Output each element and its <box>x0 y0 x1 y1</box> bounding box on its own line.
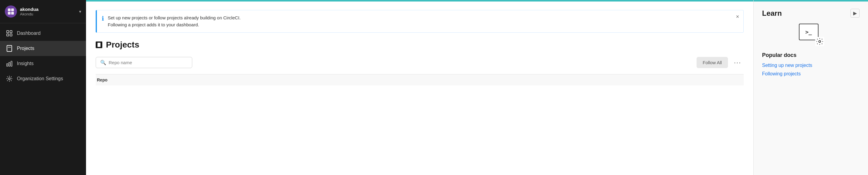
page-title-icon <box>96 42 102 48</box>
gear-icon <box>815 37 824 46</box>
svg-rect-11 <box>9 62 10 66</box>
dashboard-icon <box>6 30 13 36</box>
chevron-right-icon: ▶ <box>853 10 857 16</box>
col-repo: Repo <box>96 77 107 82</box>
sidebar: akondua Akondu ▾ Dashboard <box>0 0 86 175</box>
right-panel: Learn ▶ >_ Popular docs Setting up new <box>753 0 868 175</box>
learn-icon-container: >_ <box>762 24 860 45</box>
banner-line2: Following a project adds it to your dash… <box>108 22 199 27</box>
user-menu[interactable]: akondua Akondu ▾ <box>0 0 86 23</box>
sidebar-item-label: Projects <box>17 46 34 51</box>
main-content: ℹ Set up new projects or follow projects… <box>86 0 753 175</box>
sidebar-item-label: Dashboard <box>17 31 40 36</box>
learn-title: Learn <box>762 9 782 18</box>
banner-text: Set up new projects or follow projects a… <box>108 15 739 28</box>
svg-rect-2 <box>8 12 10 15</box>
org-settings-icon <box>6 75 13 82</box>
page-title: Projects <box>106 40 140 50</box>
info-banner: ℹ Set up new projects or follow projects… <box>96 10 744 33</box>
search-icon: 🔍 <box>100 60 106 66</box>
svg-rect-7 <box>10 34 12 36</box>
sidebar-item-dashboard[interactable]: Dashboard <box>0 26 86 41</box>
sidebar-item-label: Insights <box>17 61 33 66</box>
sidebar-item-org-settings[interactable]: Organization Settings <box>0 71 86 86</box>
projects-icon <box>6 45 13 52</box>
avatar-icon <box>7 8 14 15</box>
close-icon[interactable]: × <box>736 14 739 19</box>
toolbar: 🔍 Follow All ··· <box>96 57 744 68</box>
more-options-button[interactable]: ··· <box>732 57 744 68</box>
popular-docs-title: Popular docs <box>762 52 860 58</box>
table-header: Repo <box>96 74 744 85</box>
svg-rect-8 <box>7 45 12 51</box>
svg-point-14 <box>818 41 820 43</box>
follow-all-button[interactable]: Follow All <box>696 57 728 68</box>
svg-rect-1 <box>11 8 14 11</box>
search-box[interactable]: 🔍 <box>96 57 192 68</box>
learn-header: Learn ▶ <box>762 9 860 18</box>
svg-rect-4 <box>7 31 9 33</box>
sidebar-item-projects[interactable]: Projects <box>0 41 86 56</box>
right-panel-content: Learn ▶ >_ Popular docs Setting up new <box>754 1 868 175</box>
nav-list: Dashboard Projects Insights <box>0 23 86 86</box>
user-org: Akondu <box>20 12 76 16</box>
doc-link-following[interactable]: Following projects <box>762 71 860 77</box>
sidebar-item-insights[interactable]: Insights <box>0 56 86 71</box>
banner-line1: Set up new projects or follow projects a… <box>108 15 241 20</box>
svg-rect-5 <box>10 31 12 33</box>
user-info: akondua Akondu <box>20 7 76 16</box>
info-icon: ℹ <box>102 15 104 22</box>
avatar <box>5 5 17 18</box>
svg-rect-10 <box>7 64 8 66</box>
insights-icon <box>6 60 13 67</box>
svg-rect-0 <box>8 8 10 11</box>
doc-link-setup[interactable]: Setting up new projects <box>762 63 860 68</box>
svg-point-13 <box>8 78 10 80</box>
content-area: ℹ Set up new projects or follow projects… <box>86 1 753 175</box>
svg-rect-6 <box>7 34 9 36</box>
terminal-icon: >_ <box>805 29 812 35</box>
user-name: akondua <box>20 7 76 12</box>
chevron-down-icon: ▾ <box>79 9 81 14</box>
learn-illustration: >_ <box>799 24 823 45</box>
collapse-button[interactable]: ▶ <box>850 9 860 18</box>
search-input[interactable] <box>108 60 188 65</box>
svg-rect-12 <box>11 61 12 66</box>
svg-rect-3 <box>11 12 14 15</box>
page-title-row: Projects <box>96 40 744 50</box>
sidebar-item-label: Organization Settings <box>17 76 63 81</box>
